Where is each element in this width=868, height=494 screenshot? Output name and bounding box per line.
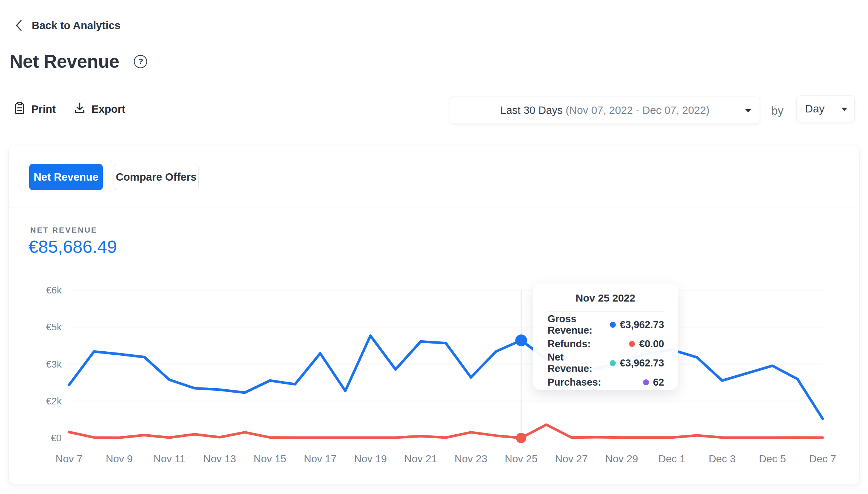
purchases-dot-icon [643, 379, 649, 385]
divider [547, 311, 664, 312]
page-title: Net Revenue [10, 51, 119, 72]
date-range-dates: (Nov 07, 2022 - Dec 07, 2022) [566, 104, 709, 116]
y-axis-tick-label: €2k [46, 396, 62, 407]
net-revenue-dot-icon [610, 360, 616, 366]
y-axis-tick-label: €3k [46, 359, 62, 370]
chevron-left-icon [14, 19, 24, 32]
refunds-dot-icon [629, 341, 635, 347]
tooltip-row-gross-revenue: Gross Revenue: €3,962.73 [533, 315, 678, 334]
export-button[interactable]: Export [73, 102, 125, 116]
granularity-value: Day [805, 102, 824, 115]
x-axis-tick-label: Nov 15 [254, 453, 287, 465]
back-link-label: Back to Analytics [32, 20, 121, 32]
x-axis-tick-label: Nov 17 [304, 453, 337, 465]
y-axis-tick-label: €0 [51, 432, 62, 443]
tooltip-row-purchases: Purchases: 62 [533, 373, 678, 392]
x-axis-tick-label: Nov 13 [203, 453, 236, 465]
toolbar: Print Export [13, 102, 125, 116]
x-axis-tick-label: Dec 3 [709, 453, 736, 465]
tooltip-date: Nov 25 2022 [533, 292, 678, 304]
help-icon[interactable]: ? [134, 55, 147, 68]
x-axis-tick-label: Nov 19 [354, 453, 387, 465]
net-revenue-line-chart[interactable]: €0€2k€3k€5k€6kNov 7Nov 9Nov 11Nov 13Nov … [9, 146, 860, 484]
x-axis-tick-label: Dec 1 [659, 453, 685, 465]
back-link[interactable]: Back to Analytics [14, 19, 121, 32]
print-icon [13, 102, 26, 116]
print-label: Print [31, 103, 56, 115]
x-axis-tick-label: Dec 5 [759, 453, 786, 465]
print-button[interactable]: Print [13, 102, 56, 116]
granularity-dropdown[interactable]: Day [796, 95, 855, 122]
date-range-dropdown[interactable]: Last 30 Days (Nov 07, 2022 - Dec 07, 202… [450, 97, 760, 124]
chevron-down-icon [745, 109, 751, 113]
refunds-highlight-marker[interactable] [516, 433, 526, 443]
chart-tooltip: Nov 25 2022 Gross Revenue: €3,962.73 Ref… [533, 283, 678, 390]
gross-revenue-dot-icon [610, 322, 616, 328]
x-axis-tick-label: Nov 21 [405, 453, 437, 465]
download-icon [73, 102, 86, 116]
tooltip-row-refunds: Refunds: €0.00 [533, 334, 678, 354]
x-axis-tick-label: Nov 11 [153, 453, 185, 465]
x-axis-tick-label: Nov 25 [505, 453, 538, 465]
x-axis-tick-label: Nov 27 [555, 453, 588, 465]
x-axis-tick-label: Nov 9 [106, 453, 133, 465]
analytics-page: Back to Analytics Net Revenue ? Print [0, 0, 868, 494]
export-label: Export [91, 103, 125, 115]
y-axis-tick-label: €6k [46, 285, 62, 296]
gross-revenue-highlight-marker[interactable] [515, 334, 527, 346]
chart-card: Net Revenue Compare Offers NET REVENUE €… [8, 146, 860, 484]
chevron-down-icon [841, 107, 848, 111]
gross-revenue-line [69, 336, 823, 419]
tooltip-row-net-revenue: Net Revenue: €3,962.73 [533, 354, 678, 373]
x-axis-tick-label: Nov 23 [455, 453, 487, 465]
x-axis-tick-label: Nov 7 [55, 453, 82, 465]
x-axis-tick-label: Dec 7 [809, 453, 836, 465]
by-label: by [771, 104, 784, 118]
refunds-line [69, 425, 823, 438]
y-axis-tick-label: €5k [46, 321, 62, 333]
date-range-value: Last 30 Days (Nov 07, 2022 - Dec 07, 202… [500, 104, 709, 116]
x-axis-tick-label: Nov 29 [605, 453, 638, 465]
